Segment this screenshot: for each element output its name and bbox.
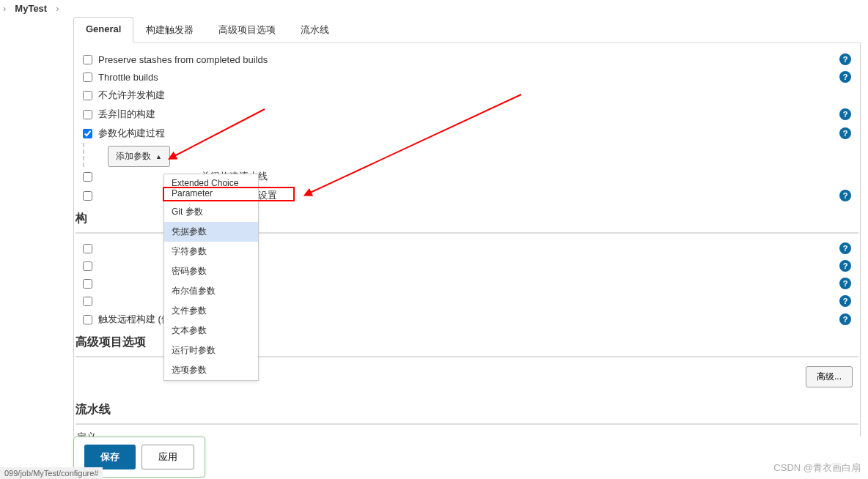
caret-up-icon: ▲ — [155, 153, 162, 160]
chevron-right-icon: › — [56, 3, 59, 14]
option-label: 丢弃旧的构建 — [98, 108, 839, 121]
save-button[interactable]: 保存 — [84, 445, 136, 469]
option-label: Preserve stashes from completed builds — [98, 54, 839, 65]
dropdown-item-text[interactable]: 文本参数 — [164, 321, 258, 341]
chevron-right-icon: › — [3, 3, 6, 14]
checkbox[interactable] — [83, 261, 92, 271]
help-icon[interactable]: ? — [839, 53, 851, 65]
checkbox-close-pipeline[interactable] — [83, 172, 92, 182]
status-url: 099/job/MyTest/configure# — [0, 467, 103, 479]
checkbox-preserve-stashes[interactable] — [83, 55, 92, 64]
dropdown-item-choice[interactable]: 选项参数 — [164, 360, 258, 380]
add-parameter-button[interactable]: 添加参数 ▲ — [108, 146, 170, 167]
help-icon[interactable]: ? — [839, 260, 851, 272]
dropdown-item-boolean[interactable]: 布尔值参数 — [164, 281, 258, 301]
option-label: 参数化构建过程 — [98, 127, 839, 140]
checkbox-parameterized[interactable] — [83, 129, 92, 138]
dropdown-item-credentials[interactable]: 凭据参数 — [164, 222, 258, 242]
checkbox-discard-old[interactable] — [83, 110, 92, 119]
help-icon[interactable]: ? — [839, 190, 851, 201]
option-label: 不允许并发构建 — [98, 89, 851, 102]
help-icon[interactable]: ? — [839, 127, 851, 139]
footer-bar: 保存 应用 — [73, 437, 861, 479]
pipeline-header: 流水线 — [76, 396, 858, 425]
config-section: Preserve stashes from completed builds ?… — [73, 43, 861, 479]
dropdown-item-string[interactable]: 字符参数 — [164, 242, 258, 261]
checkbox-restart-disable[interactable] — [83, 191, 92, 201]
help-icon[interactable]: ? — [839, 242, 851, 254]
tab-build-triggers[interactable]: 构建触发器 — [133, 17, 206, 42]
parameterized-sub: 添加参数 ▲ — [83, 143, 858, 167]
help-icon[interactable]: ? — [839, 295, 851, 307]
dropdown-item-git-param[interactable]: Git 参数 — [164, 202, 258, 222]
help-icon[interactable]: ? — [839, 313, 851, 325]
dropdown-item-password[interactable]: 密码参数 — [164, 261, 258, 281]
advanced-button[interactable]: 高级... — [806, 366, 853, 387]
add-parameter-dropdown: Extended Choice Parameter Git 参数 凭据参数 字符… — [163, 174, 259, 381]
checkbox[interactable] — [83, 297, 92, 306]
apply-button[interactable]: 应用 — [141, 445, 194, 469]
breadcrumb-item[interactable]: MyTest — [15, 3, 47, 14]
dropdown-item-runtime[interactable]: 运行时参数 — [164, 341, 258, 360]
checkbox-no-concurrent[interactable] — [83, 91, 92, 100]
add-parameter-label: 添加参数 — [116, 150, 151, 163]
dropdown-item-file[interactable]: 文件参数 — [164, 301, 258, 321]
checkbox[interactable] — [83, 279, 92, 289]
config-tabs: General 构建触发器 高级项目选项 流水线 — [73, 17, 861, 43]
help-icon[interactable]: ? — [839, 108, 851, 120]
tab-pipeline[interactable]: 流水线 — [288, 17, 342, 42]
dropdown-item-extended-choice[interactable]: Extended Choice Parameter — [164, 174, 258, 202]
checkbox-throttle-builds[interactable] — [83, 73, 92, 82]
tab-general[interactable]: General — [73, 17, 133, 43]
breadcrumb: › MyTest › — [0, 0, 868, 17]
option-label: Throttle builds — [98, 72, 839, 83]
checkbox-remote-trigger[interactable] — [83, 315, 92, 324]
help-icon[interactable]: ? — [839, 278, 851, 289]
checkbox[interactable] — [83, 244, 92, 253]
tab-advanced-options[interactable]: 高级项目选项 — [206, 17, 288, 42]
help-icon[interactable]: ? — [839, 71, 851, 83]
watermark: CSDN @青衣画白扇 — [773, 461, 861, 475]
